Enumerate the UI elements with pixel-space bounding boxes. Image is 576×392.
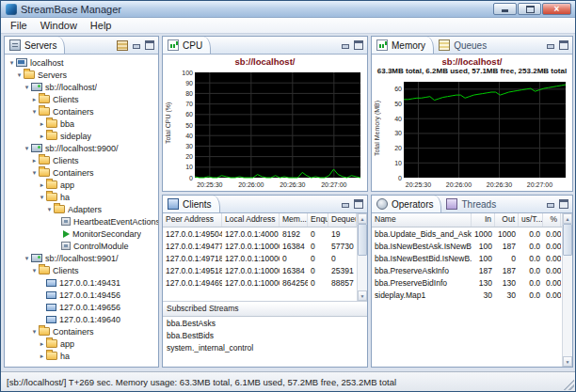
tree-expander-icon[interactable]: ▸ [30,96,39,103]
tree-expander-icon[interactable]: ▾ [30,108,39,116]
menu-file[interactable]: File [4,19,34,32]
vertical-scrollbar[interactable]: ▲ ▼ [562,213,572,367]
tree-expander-icon[interactable]: ▾ [45,206,54,213]
tree-expander-icon[interactable]: ▸ [38,133,46,140]
maximize-view-icon[interactable] [354,40,363,50]
table-row[interactable]: 127.0.0.1:49477127.0.0.1:100001638405773… [163,240,357,252]
tree-item[interactable]: ▾ha [5,191,158,203]
table-row[interactable]: 127.0.0.1:49718127.0.0.1:10000000 [163,252,357,264]
tree-item[interactable]: ▸Clients [5,93,158,105]
table-row[interactable]: bba.PreserveAskInfo1871870.00.00 [372,264,562,276]
tree-item[interactable]: ControlModule [5,240,158,252]
tree-item[interactable]: MonitorSecondary [5,227,158,240]
tree-expander-icon[interactable]: ▾ [8,59,16,67]
column-header[interactable]: Peer Address [163,213,222,227]
tree-item[interactable]: ▸app [5,337,158,350]
tab-operators[interactable]: Operators [372,196,441,212]
minimize-view-icon[interactable] [546,199,555,209]
tree-item[interactable]: ▾Servers [5,69,158,81]
tree-item[interactable]: 127.0.0.1:49431 [5,276,158,289]
table-row[interactable]: sideplay.Map130300.00.00 [372,289,562,301]
tab-clients[interactable]: Clients [163,196,220,212]
tree-expander-icon[interactable]: ▾ [23,255,31,262]
tree-expander-icon[interactable]: ▾ [15,71,24,79]
tree-item[interactable]: ▾Clients [5,264,158,276]
list-item[interactable]: system._internal_control [163,341,367,353]
maximize-button[interactable] [518,3,541,15]
tree-item[interactable]: ▾localhost [5,56,158,69]
column-header[interactable]: us/T... [519,213,543,227]
column-header[interactable]: Local Address [222,213,280,227]
tree-expander-icon[interactable]: ▸ [38,353,46,360]
scroll-thumb[interactable] [563,224,572,256]
table-row[interactable]: 127.0.0.1:49469127.0.0.1:100008642560888… [163,276,357,289]
tree-item[interactable]: ▾Containers [5,325,158,337]
minimize-view-icon[interactable] [341,40,350,50]
tree-item[interactable]: ▾Containers [5,105,158,118]
tab-queues[interactable]: Queues [434,37,494,54]
tree-item[interactable]: ▸sideplay [5,130,158,142]
tree-item[interactable]: ▾Containers [5,166,158,179]
tree-expander-icon[interactable]: ▸ [38,120,46,128]
maximize-view-icon[interactable] [559,40,568,50]
tree-expander-icon[interactable]: ▸ [38,181,46,189]
list-item[interactable]: bba.BestBids [163,329,367,341]
minimize-view-icon[interactable] [132,40,141,50]
tab-threads[interactable]: Threads [441,196,504,212]
tree-item[interactable]: ▾sb://localhost/ [5,81,158,93]
tab-memory[interactable]: Memory [372,37,434,54]
tree-expander-icon[interactable]: ▾ [30,267,39,274]
close-button[interactable]: × [542,3,571,15]
column-header[interactable]: In [472,213,495,227]
scroll-down-icon[interactable]: ▼ [563,356,572,367]
maximize-view-icon[interactable] [145,40,154,50]
vertical-scrollbar[interactable]: ▲ ▼ [357,213,367,301]
list-item[interactable]: bba.BestAsks [163,317,367,329]
scroll-down-icon[interactable]: ▼ [358,290,367,301]
tree-item[interactable]: ▸app [5,179,158,191]
server-stack-icon[interactable] [117,40,128,51]
tree-expander-icon[interactable]: ▾ [38,194,46,201]
column-header[interactable]: % [543,213,561,227]
column-header[interactable]: Dequeued [328,213,357,227]
tab-cpu[interactable]: CPU [163,37,211,54]
tree-expander-icon[interactable]: ▸ [30,157,39,165]
tree-item[interactable]: ▸bba [5,118,158,130]
minimize-view-icon[interactable] [546,40,555,50]
tree-expander-icon[interactable]: ▾ [30,328,39,336]
column-header[interactable]: Mem... [280,213,308,227]
tree-expander-icon[interactable]: ▾ [30,169,39,177]
table-row[interactable]: bba.IsNewBestAsk.IsNewB...1001870.00.00 [372,240,562,252]
tree-item[interactable]: ▾sb://localhost:9900/ [5,142,158,154]
tree-item[interactable]: 127.0.0.1:49456 [5,289,158,301]
tab-servers[interactable]: Servers [5,37,65,54]
column-header[interactable]: Name [372,213,472,227]
tree-expander-icon[interactable]: ▾ [23,145,31,152]
table-row[interactable]: 127.0.0.1:49504127.0.0.1:40008192019 [163,227,357,240]
menu-window[interactable]: Window [34,19,84,32]
minimize-view-icon[interactable] [341,199,350,209]
menu-help[interactable]: Help [84,19,119,32]
tree-item[interactable]: ▸ha [5,350,158,362]
maximize-view-icon[interactable] [559,199,568,209]
title-bar[interactable]: StreamBase Manager × [1,1,575,18]
tree-expander-icon[interactable]: ▾ [23,84,31,91]
column-header[interactable]: Enqu... [308,213,328,227]
tree-item[interactable]: HeartbeatEventActions [5,215,158,227]
table-row[interactable]: bba.IsNewBestBid.IsNewB...10000.00.00 [372,252,562,264]
tree-expander-icon[interactable]: ▸ [38,340,46,348]
maximize-view-icon[interactable] [354,199,363,209]
resize-grip[interactable] [562,378,574,390]
tree-item[interactable]: 127.0.0.1:49656 [5,301,158,313]
minimize-button[interactable] [493,3,517,15]
tree-item[interactable]: 127.0.0.1:49640 [5,313,158,325]
tree-item[interactable]: ▾sb://localhost:9901/ [5,252,158,264]
tree-item[interactable]: ▸Clients [5,154,158,166]
scroll-up-icon[interactable]: ▲ [563,213,572,224]
tree-item[interactable]: ▾Adapters [5,203,158,215]
scroll-up-icon[interactable]: ▲ [358,213,367,224]
table-row[interactable]: bba.Update_Bids_and_Asks100010000.00.00 [372,227,562,240]
table-row[interactable]: 127.0.0.1:49518127.0.0.1:100001638402539… [163,264,357,276]
column-header[interactable]: Out [495,213,519,227]
table-row[interactable]: bba.PreserveBidInfo1301300.00.00 [372,276,562,289]
